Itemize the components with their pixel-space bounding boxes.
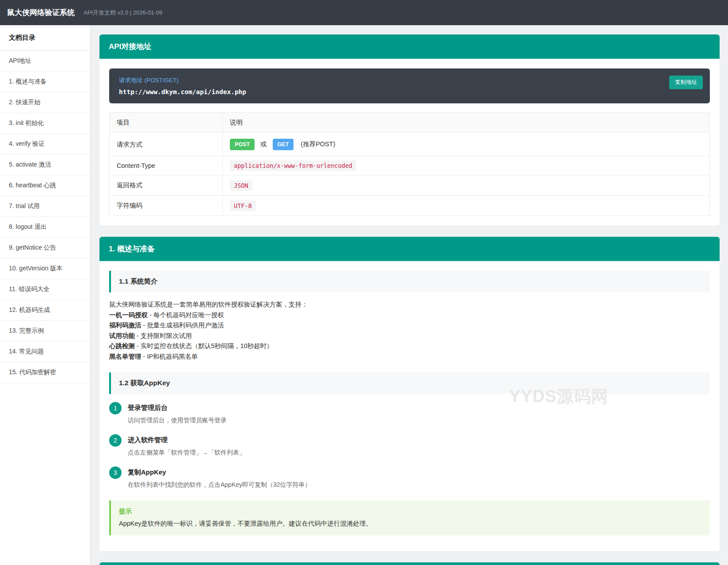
feature-line: 试用功能 - 支持限时限次试用 xyxy=(109,331,710,341)
feature-desc: - 实时监控在线状态（默认5秒间隔，10秒超时） xyxy=(135,342,273,349)
tip-text: AppKey是软件的唯一标识，请妥善保管，不要泄露给用户。建议在代码中进行混淆处… xyxy=(119,519,702,528)
table-row-format: 返回格式 JSON xyxy=(110,175,710,196)
table-row-charset: 字符编码 UTF-8 xyxy=(110,196,710,216)
row-value: application/x-www-form-urlencoded xyxy=(223,156,710,175)
request-url-label: 请求地址 (POST/GET) xyxy=(119,76,700,84)
subsection-title-1-1: 1.1 系统简介 xyxy=(109,271,710,292)
table-header-item: 项目 xyxy=(110,113,223,133)
app-header: 鼠大侠网络验证系统 API开发文档 v2.0 | 2026-01-09 xyxy=(0,0,728,25)
intro-line: 鼠大侠网络验证系统是一套简单易用的软件授权验证解决方案，支持： xyxy=(109,300,710,310)
sidebar-item-api-address[interactable]: API地址 xyxy=(0,51,90,72)
feature-name: 试用功能 xyxy=(109,332,135,339)
sidebar-item-verify[interactable]: 4. verify 验证 xyxy=(0,134,90,155)
sidebar-item-encryption[interactable]: 15. 代码加密解密 xyxy=(0,362,90,383)
method-note: (推荐POST) xyxy=(301,140,335,148)
app-title: 鼠大侠网络验证系统 xyxy=(7,8,75,18)
sidebar-item-examples[interactable]: 13. 完整示例 xyxy=(0,321,90,341)
tip-box: 提示 AppKey是软件的唯一标识，请妥善保管，不要泄露给用户。建议在代码中进行… xyxy=(109,501,710,535)
sidebar-item-activate[interactable]: 5. activate 激活 xyxy=(0,155,90,175)
api-info-table: 项目 说明 请求方式 POST 或 GET (推荐POST) xyxy=(109,112,710,216)
content-type-chip: application/x-www-form-urlencoded xyxy=(230,160,356,171)
feature-name: 一机一码授权 xyxy=(109,311,148,319)
feature-desc: - IP和机器码黑名单 xyxy=(141,353,198,360)
format-chip: JSON xyxy=(230,180,252,191)
sidebar-title: 文档目录 xyxy=(0,25,90,51)
feature-desc: - 批量生成福利码供用户激活 xyxy=(141,322,224,329)
sidebar-item-getnotice[interactable]: 9. getNotice 公告 xyxy=(0,238,90,258)
feature-line: 心跳检测 - 实时监控在线状态（默认5秒间隔，10秒超时） xyxy=(109,341,710,352)
api-address-card: API对接地址 请求地址 (POST/GET) http://www.dkym.… xyxy=(99,34,720,226)
step-title: 进入软件管理 xyxy=(128,436,245,444)
row-label: 字符编码 xyxy=(110,196,223,216)
table-header-row: 项目 说明 xyxy=(110,113,710,133)
sidebar-item-faq[interactable]: 14. 常见问题 xyxy=(0,341,90,362)
sidebar: 文档目录 API地址 1. 概述与准备 2. 快速开始 3. init 初始化 … xyxy=(0,25,91,565)
sidebar-item-quickstart[interactable]: 2. 快速开始 xyxy=(0,92,90,113)
feature-line: 福利码激活 - 批量生成福利码供用户激活 xyxy=(109,320,710,331)
step-number-badge: 1 xyxy=(109,402,122,414)
step-number-badge: 2 xyxy=(109,434,122,447)
table-header-desc: 说明 xyxy=(223,113,710,133)
row-value: JSON xyxy=(223,175,710,196)
charset-chip: UTF-8 xyxy=(230,201,256,211)
row-value: UTF-8 xyxy=(223,196,710,216)
sidebar-item-init[interactable]: 3. init 初始化 xyxy=(0,113,90,134)
sidebar-item-errorcodes[interactable]: 11. 错误码大全 xyxy=(0,279,90,300)
step-description: 访问管理后台，使用管理员账号登录 xyxy=(128,417,227,425)
feature-desc: - 支持限时限次试用 xyxy=(135,332,192,339)
api-address-card-title: API对接地址 xyxy=(99,34,720,59)
post-badge: POST xyxy=(230,139,255,150)
feature-name: 黑名单管理 xyxy=(109,353,141,360)
sidebar-item-getversion[interactable]: 10. getVersion 版本 xyxy=(0,258,90,279)
or-text: 或 xyxy=(260,140,267,148)
step-number-badge: 3 xyxy=(109,466,122,479)
row-label: 返回格式 xyxy=(110,175,223,196)
main-content: API对接地址 请求地址 (POST/GET) http://www.dkym.… xyxy=(91,25,728,565)
sidebar-item-overview[interactable]: 1. 概述与准备 xyxy=(0,72,90,92)
overview-card-title: 1. 概述与准备 xyxy=(99,237,720,261)
step-title: 复制AppKey xyxy=(128,468,311,477)
quickstart-card-title: 2. 快速开始 xyxy=(99,562,720,565)
feature-name: 福利码激活 xyxy=(109,322,141,329)
request-url-value: http://www.dkym.com/api/index.php xyxy=(119,88,700,95)
app-subtitle: API开发文档 v2.0 | 2026-01-09 xyxy=(84,9,162,17)
sidebar-item-trial[interactable]: 7. trial 试用 xyxy=(0,196,90,217)
sidebar-item-heartbeat[interactable]: 6. heartbeat 心跳 xyxy=(0,175,90,196)
step-description: 在软件列表中找到您的软件，点击AppKey即可复制（32位字符串） xyxy=(128,481,311,489)
overview-card: 1. 概述与准备 1.1 系统简介 鼠大侠网络验证系统是一套简单易用的软件授权验… xyxy=(99,237,720,551)
step-3: 3 复制AppKey 在软件列表中找到您的软件，点击AppKey即可复制（32位… xyxy=(109,466,710,489)
copy-url-button[interactable]: 复制地址 xyxy=(669,76,703,89)
sidebar-item-machinecode[interactable]: 12. 机器码生成 xyxy=(0,300,90,321)
subsection-title-1-2: 1.2 获取AppKey xyxy=(109,372,710,394)
quickstart-card: 2. 快速开始 xyxy=(99,562,720,565)
sidebar-item-logout[interactable]: 8. logout 退出 xyxy=(0,217,90,238)
table-row-content-type: Content-Type application/x-www-form-urle… xyxy=(110,156,710,175)
feature-desc: - 每个机器码对应唯一授权 xyxy=(148,311,224,319)
tip-title: 提示 xyxy=(119,507,702,516)
feature-name: 心跳检测 xyxy=(109,342,135,349)
step-title: 登录管理后台 xyxy=(128,404,227,412)
system-intro-block: 鼠大侠网络验证系统是一套简单易用的软件授权验证解决方案，支持： 一机一码授权 -… xyxy=(109,300,710,362)
step-1: 1 登录管理后台 访问管理后台，使用管理员账号登录 xyxy=(109,402,710,425)
feature-line: 黑名单管理 - IP和机器码黑名单 xyxy=(109,352,710,362)
feature-line: 一机一码授权 - 每个机器码对应唯一授权 xyxy=(109,310,710,321)
table-row-method: 请求方式 POST 或 GET (推荐POST) xyxy=(110,133,710,156)
row-value: POST 或 GET (推荐POST) xyxy=(223,133,710,156)
row-label: 请求方式 xyxy=(110,133,223,156)
step-2: 2 进入软件管理 点击左侧菜单「软件管理」→「软件列表」 xyxy=(109,434,710,457)
request-url-block: 请求地址 (POST/GET) http://www.dkym.com/api/… xyxy=(109,68,710,103)
get-badge: GET xyxy=(273,139,294,150)
row-label: Content-Type xyxy=(110,156,223,175)
step-description: 点击左侧菜单「软件管理」→「软件列表」 xyxy=(128,449,245,457)
